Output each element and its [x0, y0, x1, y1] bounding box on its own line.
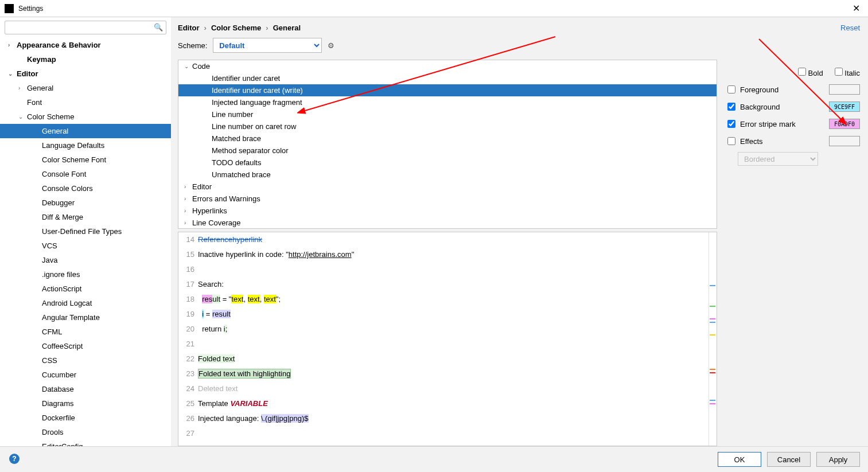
crumb-colorscheme[interactable]: Color Scheme: [211, 24, 261, 32]
errorstripe-label: Error stripe mark: [740, 120, 824, 128]
tree-item[interactable]: Matched brace: [178, 132, 717, 145]
nav-item[interactable]: ›Appearance & Behavior: [0, 38, 171, 52]
search-icon: 🔍: [154, 23, 163, 32]
nav-item[interactable]: ⌄Editor: [0, 67, 171, 81]
tree-item[interactable]: ›Editor: [178, 181, 717, 193]
tree-item[interactable]: ›Errors and Warnings: [178, 193, 717, 205]
tree-item[interactable]: TODO defaults: [178, 157, 717, 169]
code-line: 26Injected language: \.(gif|jpg|png)$: [178, 411, 717, 426]
chevron-right-icon: ›: [266, 24, 268, 32]
style-options-panel: Bold Italic Foreground Background 9CE9FF…: [727, 60, 860, 446]
nav-item[interactable]: Color Scheme Font: [0, 153, 171, 167]
effects-swatch[interactable]: [829, 136, 860, 146]
nav-item[interactable]: Angular Template: [0, 310, 171, 325]
tree-item[interactable]: Unmatched brace: [178, 169, 717, 181]
errorstripe-swatch[interactable]: F0ADF0: [829, 119, 860, 129]
nav-item[interactable]: Database: [0, 382, 171, 396]
apply-button[interactable]: Apply: [816, 452, 860, 467]
content-pane: Editor › Color Scheme › General Reset Sc…: [171, 17, 868, 446]
chevron-right-icon: ›: [204, 24, 207, 32]
nav-item[interactable]: Debugger: [0, 196, 171, 210]
code-line: 18 result = "text, text, text";: [178, 292, 717, 307]
bold-option[interactable]: Bold: [798, 68, 823, 77]
tree-item[interactable]: ›Line Coverage: [178, 217, 717, 229]
nav-item[interactable]: Console Font: [0, 167, 171, 181]
foreground-label: Foreground: [740, 85, 824, 94]
nav-item[interactable]: VCS: [0, 239, 171, 253]
color-options-tree[interactable]: ⌄CodeIdentifier under caretIdentifier un…: [178, 60, 717, 229]
nav-item[interactable]: CoffeeScript: [0, 339, 171, 353]
tree-item[interactable]: Method separator color: [178, 145, 717, 157]
help-icon[interactable]: ?: [9, 454, 20, 464]
nav-item[interactable]: ›General: [0, 81, 171, 95]
errorstripe-checkbox[interactable]: [727, 120, 735, 128]
nav-item[interactable]: Diff & Merge: [0, 210, 171, 224]
tree-item[interactable]: Identifier under caret: [178, 72, 717, 84]
code-line: 23Folded text with highlighting: [178, 366, 717, 381]
tree-item[interactable]: Identifier under caret (write): [178, 84, 717, 96]
app-icon: [5, 4, 14, 13]
code-line: 19 i = result: [178, 307, 717, 322]
effects-label: Effects: [740, 137, 824, 146]
scheme-select[interactable]: Default: [213, 38, 322, 53]
italic-option[interactable]: Italic: [835, 68, 860, 77]
nav-item[interactable]: ActionScript: [0, 282, 171, 296]
reset-link[interactable]: Reset: [840, 24, 860, 32]
background-label: Background: [740, 103, 824, 111]
nav-item[interactable]: Diagrams: [0, 396, 171, 411]
code-line: 20 return i;: [178, 322, 717, 337]
breadcrumb: Editor › Color Scheme › General Reset: [178, 17, 860, 38]
nav-item[interactable]: User-Defined File Types: [0, 224, 171, 239]
nav-item[interactable]: ⌄Color Scheme: [0, 110, 171, 124]
effects-type-select: Bordered: [738, 152, 818, 166]
titlebar: Settings ✕: [0, 0, 868, 17]
settings-sidebar: 🔍 ›Appearance & BehaviorKeymap⌄Editor›Ge…: [0, 17, 171, 446]
scheme-label: Scheme:: [178, 41, 207, 50]
tree-item[interactable]: Injected language fragment: [178, 96, 717, 108]
nav-item[interactable]: Android Logcat: [0, 296, 171, 310]
code-line: 15Inactive hyperlink in code: "http://je…: [178, 247, 717, 262]
dialog-button-bar: OK Cancel Apply: [0, 446, 868, 472]
code-line: 17Search:: [178, 277, 717, 292]
code-preview: 14Referencehyperlink15Inactive hyperlink…: [178, 232, 717, 446]
error-stripe: [709, 232, 717, 446]
background-swatch[interactable]: 9CE9FF: [829, 102, 860, 112]
nav-item[interactable]: Dockerfile: [0, 411, 171, 425]
tree-item[interactable]: ›Hyperlinks: [178, 205, 717, 217]
ok-button[interactable]: OK: [718, 452, 761, 467]
tree-item[interactable]: Line number on caret row: [178, 120, 717, 132]
close-icon[interactable]: ✕: [849, 3, 863, 14]
code-line: 24Deleted text: [178, 381, 717, 396]
nav-item[interactable]: Console Colors: [0, 181, 171, 196]
tree-item[interactable]: ⌄Code: [178, 60, 717, 72]
gear-icon[interactable]: ⚙: [328, 41, 334, 50]
nav-item[interactable]: EditorConfig: [0, 439, 171, 446]
code-line: 27: [178, 426, 717, 441]
nav-item[interactable]: CFML: [0, 325, 171, 339]
nav-item[interactable]: Cucumber: [0, 368, 171, 382]
code-line: 21: [178, 337, 717, 352]
nav-item[interactable]: Drools: [0, 425, 171, 439]
nav-item[interactable]: .ignore files: [0, 267, 171, 282]
nav-item[interactable]: CSS: [0, 353, 171, 368]
nav-item[interactable]: Language Defaults: [0, 138, 171, 153]
effects-checkbox[interactable]: [727, 137, 735, 145]
code-line: 16: [178, 262, 717, 277]
crumb-general[interactable]: General: [273, 24, 301, 32]
settings-tree[interactable]: ›Appearance & BehaviorKeymap⌄Editor›Gene…: [0, 38, 171, 446]
foreground-swatch[interactable]: [829, 84, 860, 95]
foreground-checkbox[interactable]: [727, 85, 735, 93]
code-line: 25Template VARIABLE: [178, 396, 717, 411]
code-line: 22Folded text: [178, 352, 717, 366]
tree-item[interactable]: Line number: [178, 108, 717, 120]
search-input[interactable]: [5, 21, 166, 34]
background-checkbox[interactable]: [727, 103, 735, 111]
window-title: Settings: [18, 5, 849, 13]
nav-item[interactable]: Java: [0, 253, 171, 267]
code-line: 14Referencehyperlink: [178, 232, 717, 247]
nav-item[interactable]: General: [0, 124, 171, 138]
crumb-editor[interactable]: Editor: [178, 24, 200, 32]
cancel-button[interactable]: Cancel: [767, 452, 811, 467]
nav-item[interactable]: Font: [0, 95, 171, 110]
nav-item[interactable]: Keymap: [0, 52, 171, 67]
